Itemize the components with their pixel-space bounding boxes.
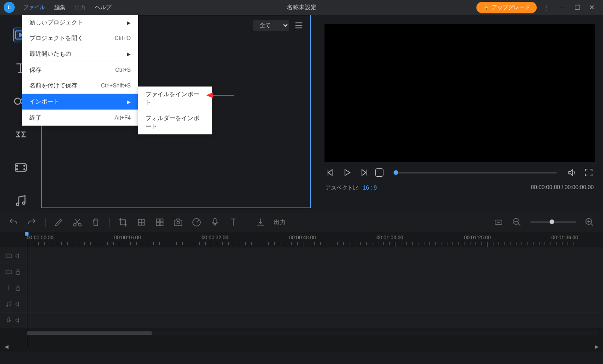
- video-track-icon: [5, 268, 12, 276]
- audio-track-icon: [5, 300, 12, 308]
- svg-rect-28: [174, 220, 182, 225]
- more-button[interactable]: ⋮: [540, 2, 551, 13]
- menu-new-project[interactable]: 新しいプロジェクト ▶: [22, 15, 138, 30]
- menu-import-folder[interactable]: フォルダーをインポート: [138, 110, 212, 134]
- import-submenu: ファイルをインポート フォルダーをインポート: [138, 87, 212, 134]
- shortcut-label: Ctrl+Shift+S: [101, 82, 131, 89]
- menu-import-file[interactable]: ファイルをインポート: [138, 87, 212, 110]
- svg-point-4: [15, 98, 21, 104]
- svg-rect-43: [16, 288, 20, 290]
- close-button[interactable]: ✕: [585, 1, 599, 14]
- menu-save-as[interactable]: 名前を付けて保存 Ctrl+Shift+S: [22, 78, 138, 93]
- grid-icon[interactable]: [155, 217, 165, 227]
- menu-item-label: 保存: [29, 66, 41, 74]
- sidebar-transition-icon[interactable]: [13, 127, 28, 142]
- shortcut-label: Ctrl+O: [115, 35, 131, 41]
- chevron-right-icon: ▶: [127, 52, 131, 57]
- file-dropdown-menu: 新しいプロジェクト ▶ プロジェクトを開く Ctrl+O 最近開いたもの ▶ 保…: [22, 15, 138, 126]
- sidebar-audio-icon[interactable]: [13, 193, 28, 208]
- rotate-icon[interactable]: [136, 217, 146, 227]
- svg-point-10: [24, 169, 25, 170]
- svg-marker-1: [206, 92, 213, 98]
- mute-icon[interactable]: [14, 317, 22, 324]
- menu-file[interactable]: ファイル: [18, 2, 50, 13]
- svg-point-11: [17, 203, 19, 205]
- scroll-left-icon[interactable]: ◀: [5, 344, 8, 350]
- ruler-label: 00:00:00.00: [27, 235, 53, 240]
- upgrade-label: アップグレード: [492, 4, 530, 12]
- upgrade-button[interactable]: 🔒 アップグレード: [476, 2, 537, 13]
- svg-rect-25: [160, 219, 163, 221]
- crop-icon[interactable]: [118, 217, 128, 227]
- delete-icon[interactable]: [91, 217, 101, 227]
- playhead[interactable]: [27, 232, 27, 347]
- redo-icon[interactable]: [27, 217, 37, 227]
- menu-edit[interactable]: 編集: [50, 2, 70, 13]
- shortcut-label: Alt+F4: [115, 115, 131, 121]
- menu-item-label: 最近開いたもの: [29, 50, 71, 58]
- svg-point-44: [6, 306, 8, 307]
- menu-item-label: プロジェクトを開く: [29, 34, 83, 42]
- svg-rect-42: [16, 272, 20, 274]
- svg-point-9: [24, 165, 25, 167]
- svg-point-7: [17, 165, 18, 167]
- svg-point-45: [10, 305, 11, 306]
- svg-rect-41: [6, 270, 12, 274]
- sidebar-overlay-icon[interactable]: [13, 160, 28, 175]
- snapshot-icon[interactable]: [173, 217, 183, 227]
- svg-rect-24: [157, 219, 159, 221]
- svg-rect-40: [6, 254, 12, 258]
- speed-icon[interactable]: [191, 217, 202, 227]
- ruler-label: 00:00:16.00: [114, 235, 141, 240]
- video-track-icon: [5, 252, 12, 260]
- mute-icon[interactable]: [14, 300, 22, 308]
- menu-open-project[interactable]: プロジェクトを開く Ctrl+O: [22, 30, 138, 46]
- cut-icon[interactable]: [72, 217, 82, 227]
- svg-rect-26: [157, 222, 159, 225]
- maximize-button[interactable]: ☐: [570, 1, 585, 14]
- menu-output[interactable]: 出力: [70, 2, 90, 13]
- menu-item-label: 終了: [29, 114, 41, 122]
- svg-point-8: [17, 169, 18, 170]
- svg-point-12: [23, 202, 25, 204]
- lock-icon: 🔒: [483, 4, 490, 11]
- media-filter-select[interactable]: 全て: [253, 20, 289, 31]
- menu-recent[interactable]: 最近開いたもの ▶: [22, 46, 138, 62]
- lock-icon[interactable]: [14, 268, 22, 276]
- svg-rect-27: [160, 222, 163, 225]
- chevron-right-icon: ▶: [127, 20, 131, 25]
- menu-item-label: 名前を付けて保存: [29, 81, 77, 90]
- minimize-button[interactable]: —: [555, 1, 570, 14]
- list-view-icon[interactable]: [294, 20, 304, 30]
- arrow-indicator: [206, 91, 603, 364]
- svg-rect-46: [8, 318, 10, 321]
- app-logo: i:: [4, 2, 15, 13]
- chevron-right-icon: ▶: [127, 99, 131, 104]
- menu-item-label: 新しいプロジェクト: [29, 18, 83, 27]
- shortcut-label: Ctrl+S: [115, 67, 131, 73]
- menu-save[interactable]: 保存 Ctrl+S: [22, 62, 138, 78]
- menu-item-label: インポート: [29, 98, 59, 106]
- lock-icon[interactable]: [14, 284, 22, 292]
- text-track-icon: [5, 284, 12, 292]
- titlebar: i: ファイル 編集 出力 ヘルプ 名称未設定 🔒 アップグレード ⋮ — ☐ …: [0, 0, 603, 15]
- svg-point-29: [177, 221, 180, 224]
- mic-track-icon: [5, 317, 12, 324]
- undo-icon[interactable]: [8, 217, 18, 227]
- menu-exit[interactable]: 終了 Alt+F4: [22, 110, 138, 126]
- edit-icon[interactable]: [54, 217, 64, 227]
- menu-help[interactable]: ヘルプ: [90, 2, 116, 13]
- document-title: 名称未設定: [287, 3, 317, 12]
- menu-import[interactable]: インポート ▶: [22, 94, 138, 110]
- mute-icon[interactable]: [14, 252, 22, 260]
